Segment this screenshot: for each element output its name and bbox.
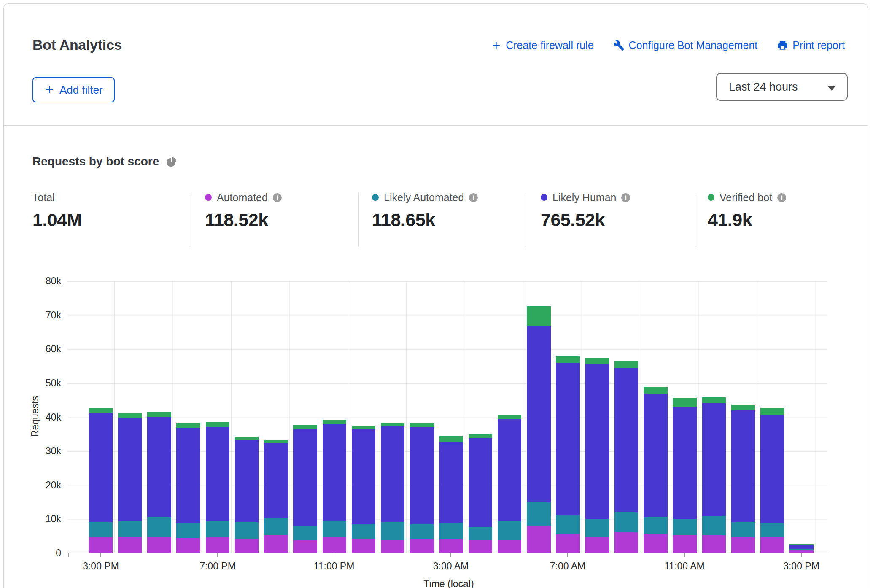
bar-segment-verified-bot [176,423,200,428]
info-icon[interactable] [621,193,630,202]
bar-segment-likely-automated [585,519,609,537]
time-range-value: Last 24 hours [729,81,798,94]
bar-segment-automated [469,540,492,553]
requests-chart-plot: Requests Time (local) 010k20k30k40k50k60… [68,281,827,553]
x-tick-label: 11:00 AM [664,561,704,572]
y-tick-label: 60k [23,344,61,354]
bar-segment-verified-bot [352,426,375,430]
x-tick [334,553,334,557]
bar-segment-verified-bot [760,408,784,415]
bar-4-00-am[interactable] [469,434,492,553]
x-tick-label: 3:00 PM [783,561,819,572]
bar-12-00-pm[interactable] [702,397,726,553]
bar-11-00-am[interactable] [673,398,696,553]
section-title-row: Requests by bot score [32,155,177,168]
bar-segment-likely-human [731,410,755,522]
bar-segment-verified-bot [614,361,638,367]
bar-6-00-pm[interactable] [176,423,200,553]
printer-icon [777,40,788,51]
info-icon[interactable] [777,193,786,202]
bar-segment-automated [118,537,142,553]
bar-segment-likely-human [527,326,550,502]
bar-segment-likely-automated [147,517,171,537]
bar-segment-automated [498,540,521,553]
section-title: Requests by bot score [32,155,159,168]
bar-segment-likely-human [644,394,667,517]
action-link-label: Print report [792,39,845,51]
bar-9-00-am[interactable] [614,361,638,553]
stat-label: Automated [217,192,268,204]
stat-likely-automated: Likely Automated118.65k [372,191,478,230]
x-tick [684,553,685,557]
action-link-label: Create firewall rule [506,39,593,51]
bar-segment-likely-automated [352,524,375,539]
bar-segment-verified-bot [264,440,288,444]
y-tick-label: 20k [23,480,61,490]
action-link-configure-bot-management[interactable]: Configure Bot Management [613,39,758,51]
bar-5-00-am[interactable] [498,415,521,553]
stat-divider [358,193,359,247]
bar-segment-automated [644,534,667,553]
info-icon[interactable] [469,193,478,202]
bar-1-00-pm[interactable] [731,405,755,553]
bar-segment-verified-bot [439,436,463,442]
stat-label: Likely Human [552,192,616,204]
bar-segment-likely-automated [410,524,434,539]
stat-label: Likely Automated [384,192,464,204]
bar-4-00-pm[interactable] [118,413,142,553]
bar-segment-verified-bot [118,413,142,418]
bar-2-00-pm[interactable] [760,408,784,553]
bar-8-00-am[interactable] [585,358,609,553]
info-icon[interactable] [273,193,282,202]
bar-segment-likely-automated [264,518,288,535]
bar-3-00-pm[interactable] [789,544,813,553]
bar-segment-verified-bot [293,425,317,429]
bar-segment-likely-automated [89,522,113,537]
bar-segment-likely-automated [760,523,784,537]
stat-divider [526,193,526,247]
chevron-down-icon [827,86,836,91]
bar-segment-likely-human [118,418,142,521]
bar-segment-likely-human [176,428,200,523]
bar-segment-likely-human [585,364,609,518]
x-tick [450,553,451,557]
bar-segment-likely-automated [702,516,726,535]
stat-value: 765.52k [541,210,630,230]
bar-2-00-am[interactable] [410,423,434,553]
bar-7-00-am[interactable] [556,356,579,553]
wrench-icon [613,40,625,51]
bar-segment-likely-human [556,363,579,515]
x-tick-label: 3:00 PM [83,561,119,572]
time-range-select[interactable]: Last 24 hours [716,73,848,101]
bar-segment-automated [614,532,638,553]
bot-analytics-card: Bot Analytics Create firewall ruleConfig… [3,3,868,588]
bar-segment-likely-human [235,440,259,522]
bar-11-00-pm[interactable] [323,420,346,553]
x-tick [567,553,568,557]
bar-5-00-pm[interactable] [147,412,171,553]
bar-10-00-pm[interactable] [293,425,317,553]
stats-row: Total 1.04M Automated118.52kLikely Autom… [4,191,868,254]
bar-segment-likely-human [498,419,521,521]
bar-12-00-am[interactable] [352,426,375,553]
bar-segment-likely-automated [439,523,463,539]
action-link-print-report[interactable]: Print report [777,39,845,51]
bar-segment-automated [556,534,579,553]
bar-segment-likely-automated [293,526,317,540]
bar-segment-automated [264,535,288,553]
add-filter-button[interactable]: Add filter [32,77,115,102]
action-link-create-firewall-rule[interactable]: Create firewall rule [491,39,593,51]
bar-segment-verified-bot [381,423,404,426]
bar-segment-likely-human [410,427,434,525]
bar-9-00-pm[interactable] [264,440,288,553]
bar-6-00-am[interactable] [527,306,550,553]
bar-segment-automated [89,537,113,553]
bar-8-00-pm[interactable] [235,437,259,553]
bar-7-00-pm[interactable] [206,422,229,553]
legend-dot-icon [372,194,379,201]
bar-1-00-am[interactable] [381,423,404,553]
bar-3-00-pm[interactable] [89,408,113,553]
bar-3-00-am[interactable] [439,436,463,553]
bar-10-00-am[interactable] [644,387,667,553]
header-actions: Create firewall ruleConfigure Bot Manage… [491,39,845,51]
